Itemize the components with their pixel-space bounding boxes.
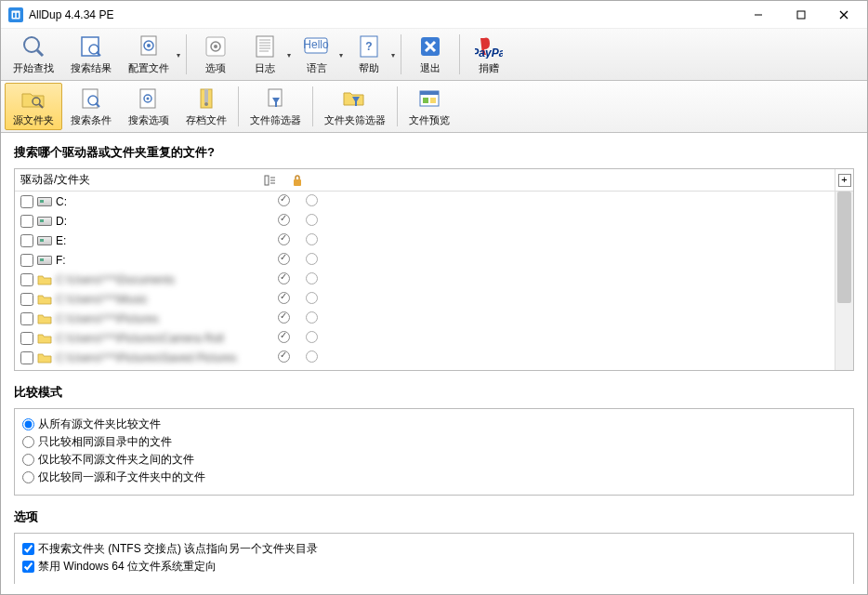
scrollbar[interactable] <box>835 192 853 370</box>
help-label: 帮助 <box>359 61 379 75</box>
archive-file-tab[interactable]: 存档文件 <box>178 83 235 130</box>
table-row[interactable]: C: <box>15 192 835 211</box>
content-area: 搜索哪个驱动器或文件夹重复的文件? 驱动器/文件夹 C:D:E:F:C:\Use… <box>1 133 867 594</box>
row-radio-1[interactable] <box>270 214 297 229</box>
row-radio-2[interactable] <box>297 233 325 248</box>
row-radio-2[interactable] <box>297 311 325 326</box>
row-radio-2[interactable] <box>297 214 325 229</box>
row-checkbox[interactable] <box>20 293 33 306</box>
start-search-button[interactable]: 开始查找 <box>5 31 62 78</box>
row-radio-2[interactable] <box>297 292 325 307</box>
row-radio-2[interactable] <box>297 350 325 365</box>
search-results-label: 搜索结果 <box>71 61 112 75</box>
table-row[interactable]: C:\Users\***\Documents <box>15 270 835 289</box>
help-button[interactable]: ? 帮助 <box>346 31 398 78</box>
compare-option[interactable]: 只比较相同源目录中的文件 <box>22 434 846 450</box>
exit-button[interactable]: 退出 <box>404 31 456 78</box>
column-icon-lock[interactable] <box>286 174 314 187</box>
compare-radio[interactable] <box>22 471 34 483</box>
row-name: C:\Users\***\Music <box>56 293 270 306</box>
row-name: C:\Users\***\Pictures <box>56 312 270 325</box>
svg-text:?: ? <box>365 40 372 53</box>
row-radio-2[interactable] <box>297 331 325 346</box>
separator <box>312 86 313 126</box>
row-checkbox[interactable] <box>20 332 33 345</box>
table-row[interactable]: C:\Users\***\Pictures <box>15 309 835 328</box>
folder-filter-tab[interactable]: 文件夹筛选器 <box>316 83 394 130</box>
row-radio-2[interactable] <box>297 253 325 268</box>
svg-rect-41 <box>204 89 208 102</box>
table-rightbar: + <box>835 169 853 370</box>
row-checkbox[interactable] <box>20 254 33 267</box>
row-radio-1[interactable] <box>270 194 297 209</box>
row-radio-2[interactable] <box>297 194 325 209</box>
row-radio-1[interactable] <box>270 350 297 365</box>
row-name: C:\Users\***\Pictures\Camera Roll <box>56 332 270 345</box>
add-folder-button[interactable]: + <box>835 169 853 192</box>
compare-radio[interactable] <box>22 454 34 466</box>
config-file-button[interactable]: 配置文件 <box>120 31 183 78</box>
row-checkbox[interactable] <box>20 273 33 286</box>
row-checkbox[interactable] <box>20 234 33 247</box>
table-row[interactable]: C:\Users\***\Music <box>15 289 835 309</box>
file-filter-tab[interactable]: 文件筛选器 <box>242 83 309 130</box>
compare-option[interactable]: 仅比较不同源文件夹之间的文件 <box>22 452 846 468</box>
row-checkbox[interactable] <box>20 195 33 208</box>
row-radio-1[interactable] <box>270 272 297 287</box>
svg-rect-2 <box>17 12 19 17</box>
maximize-button[interactable] <box>780 1 822 29</box>
row-radio-2[interactable] <box>297 272 325 287</box>
row-radio-1[interactable] <box>270 292 297 307</box>
compare-option[interactable]: 仅比较同一源和子文件夹中的文件 <box>22 469 846 485</box>
drive-icon <box>37 236 52 245</box>
table-row[interactable]: D: <box>15 211 835 231</box>
search-results-button[interactable]: 搜索结果 <box>62 31 120 78</box>
file-preview-tab[interactable]: 文件预览 <box>401 83 458 130</box>
language-icon: Hello <box>303 33 331 60</box>
row-checkbox[interactable] <box>20 312 33 325</box>
options-button[interactable]: 选项 <box>190 31 242 78</box>
search-condition-label: 搜索条件 <box>71 113 112 127</box>
table-row[interactable]: F: <box>15 250 835 270</box>
option-checkbox[interactable] <box>22 543 34 555</box>
option-item[interactable]: 禁用 Windows 64 位文件系统重定向 <box>22 559 846 575</box>
svg-rect-4 <box>797 11 805 19</box>
column-name-header[interactable]: 驱动器/文件夹 <box>15 172 258 188</box>
folder-table: 驱动器/文件夹 C:D:E:F:C:\Users\***\DocumentsC:… <box>14 168 854 371</box>
source-folder-tab[interactable]: 源文件夹 <box>5 83 62 130</box>
table-row[interactable]: C:\Users\***\Pictures\Camera Roll <box>15 328 835 348</box>
language-button[interactable]: Hello 语言 <box>294 31 346 78</box>
archive-icon <box>192 86 220 112</box>
svg-rect-45 <box>420 91 439 95</box>
option-checkbox[interactable] <box>22 561 34 573</box>
row-name: C: <box>56 195 270 208</box>
compare-radio[interactable] <box>22 436 34 448</box>
search-condition-tab[interactable]: 搜索条件 <box>62 83 120 130</box>
row-radio-1[interactable] <box>270 331 297 346</box>
close-button[interactable] <box>822 1 865 29</box>
minimize-button[interactable] <box>737 1 780 29</box>
preview-icon <box>415 86 443 112</box>
svg-point-39 <box>147 98 150 100</box>
search-condition-icon <box>77 86 105 112</box>
search-options-tab[interactable]: 搜索选项 <box>120 83 178 130</box>
row-radio-1[interactable] <box>270 233 297 248</box>
row-checkbox[interactable] <box>20 351 33 364</box>
donate-button[interactable]: PayPal 捐赠 <box>463 31 515 78</box>
column-icon-1[interactable] <box>258 174 286 187</box>
svg-rect-48 <box>265 176 269 185</box>
language-label: 语言 <box>307 61 327 75</box>
compare-radio[interactable] <box>22 418 34 430</box>
donate-label: 捐赠 <box>479 61 499 75</box>
log-button[interactable]: 日志 <box>242 31 294 78</box>
compare-option[interactable]: 从所有源文件夹比较文件 <box>22 416 846 432</box>
row-checkbox[interactable] <box>20 215 33 228</box>
separator <box>459 34 460 74</box>
table-row[interactable]: E: <box>15 231 835 250</box>
table-row[interactable]: C:\Users\***\Pictures\Saved Pictures <box>15 348 835 367</box>
option-item[interactable]: 不搜索文件夹 (NTFS 交接点) 该点指向另一个文件夹目录 <box>22 541 846 557</box>
scrollbar-thumb[interactable] <box>837 192 851 303</box>
row-radio-1[interactable] <box>270 253 297 268</box>
row-radio-1[interactable] <box>270 311 297 326</box>
magnifier-icon <box>20 33 47 60</box>
